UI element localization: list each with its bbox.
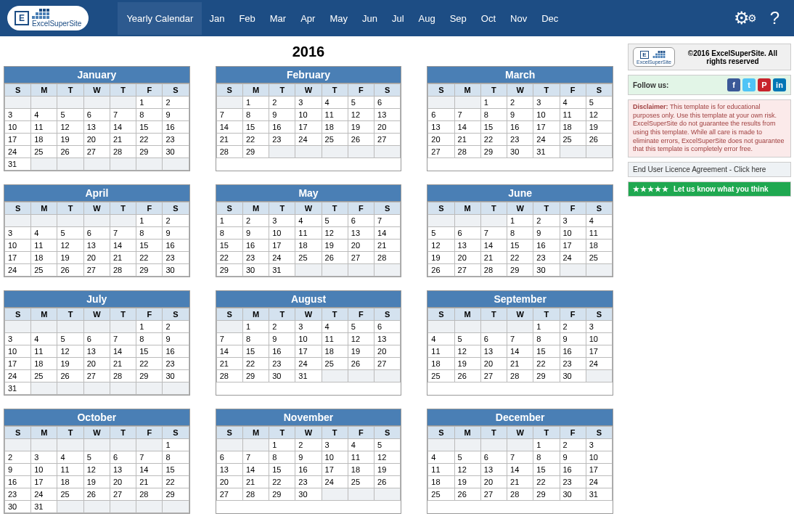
day-cell[interactable]: 18 xyxy=(295,240,322,252)
day-cell[interactable]: 4 xyxy=(428,451,454,464)
day-cell[interactable]: 11 xyxy=(428,464,454,476)
day-cell[interactable]: 13 xyxy=(83,345,110,358)
day-cell[interactable]: 13 xyxy=(348,227,374,240)
day-cell[interactable]: 6 xyxy=(480,451,507,464)
day-cell[interactable]: 5 xyxy=(83,451,110,464)
day-cell[interactable]: 8 xyxy=(216,227,242,240)
day-cell[interactable]: 24 xyxy=(269,252,295,264)
nav-aug[interactable]: Aug xyxy=(412,2,443,35)
day-cell[interactable]: 22 xyxy=(480,134,507,146)
day-cell[interactable]: 24 xyxy=(5,370,31,382)
day-cell[interactable]: 5 xyxy=(375,439,401,451)
day-cell[interactable]: 14 xyxy=(110,345,136,358)
day-cell[interactable]: 1 xyxy=(533,321,560,333)
day-cell[interactable]: 14 xyxy=(375,227,401,240)
day-cell[interactable]: 23 xyxy=(295,476,322,488)
day-cell[interactable]: 9 xyxy=(507,109,533,121)
day-cell[interactable]: 22 xyxy=(136,134,163,146)
day-cell[interactable]: 11 xyxy=(322,333,348,345)
day-cell[interactable]: 21 xyxy=(110,252,136,264)
day-cell[interactable]: 24 xyxy=(5,146,31,158)
day-cell[interactable]: 28 xyxy=(480,264,507,277)
day-cell[interactable]: 4 xyxy=(322,97,348,109)
day-cell[interactable]: 1 xyxy=(136,321,163,333)
day-cell[interactable]: 5 xyxy=(586,97,612,109)
day-cell[interactable]: 10 xyxy=(5,240,31,252)
day-cell[interactable]: 9 xyxy=(5,464,31,476)
day-cell[interactable]: 13 xyxy=(375,109,401,121)
day-cell[interactable]: 13 xyxy=(454,240,480,252)
day-cell[interactable]: 7 xyxy=(507,333,533,345)
day-cell[interactable]: 25 xyxy=(31,264,57,277)
day-cell[interactable]: 10 xyxy=(269,227,295,240)
day-cell[interactable]: 25 xyxy=(31,370,57,382)
day-cell[interactable]: 31 xyxy=(533,146,560,158)
day-cell[interactable]: 1 xyxy=(136,97,163,109)
day-cell[interactable]: 27 xyxy=(83,370,110,382)
day-cell[interactable]: 1 xyxy=(480,97,507,109)
day-cell[interactable]: 19 xyxy=(586,121,612,134)
day-cell[interactable]: 13 xyxy=(375,333,401,345)
day-cell[interactable]: 10 xyxy=(586,333,612,345)
day-cell[interactable]: 19 xyxy=(348,345,374,358)
day-cell[interactable]: 26 xyxy=(57,146,83,158)
day-cell[interactable]: 2 xyxy=(163,215,189,227)
day-cell[interactable]: 17 xyxy=(533,121,560,134)
day-cell[interactable]: 12 xyxy=(454,464,480,476)
day-cell[interactable]: 12 xyxy=(348,109,374,121)
day-cell[interactable]: 20 xyxy=(480,358,507,370)
day-cell[interactable]: 11 xyxy=(295,227,322,240)
day-cell[interactable]: 27 xyxy=(110,488,136,501)
day-cell[interactable]: 20 xyxy=(375,121,401,134)
day-cell[interactable]: 10 xyxy=(5,121,31,134)
day-cell[interactable]: 31 xyxy=(269,264,295,277)
day-cell[interactable]: 8 xyxy=(242,109,269,121)
facebook-icon[interactable]: f xyxy=(727,78,740,91)
day-cell[interactable]: 15 xyxy=(507,240,533,252)
day-cell[interactable]: 7 xyxy=(216,109,242,121)
day-cell[interactable]: 7 xyxy=(454,109,480,121)
day-cell[interactable]: 1 xyxy=(216,215,242,227)
day-cell[interactable]: 14 xyxy=(216,121,242,134)
day-cell[interactable]: 17 xyxy=(560,240,586,252)
day-cell[interactable]: 30 xyxy=(163,370,189,382)
day-cell[interactable]: 17 xyxy=(322,464,348,476)
day-cell[interactable]: 20 xyxy=(216,476,242,488)
day-cell[interactable]: 27 xyxy=(454,264,480,277)
day-cell[interactable]: 21 xyxy=(110,134,136,146)
day-cell[interactable]: 14 xyxy=(242,464,269,476)
day-cell[interactable]: 15 xyxy=(242,345,269,358)
day-cell[interactable]: 20 xyxy=(83,358,110,370)
day-cell[interactable]: 30 xyxy=(507,146,533,158)
day-cell[interactable]: 24 xyxy=(295,358,322,370)
day-cell[interactable]: 3 xyxy=(31,451,57,464)
nav-mar[interactable]: Mar xyxy=(263,2,293,35)
day-cell[interactable]: 21 xyxy=(507,476,533,488)
day-cell[interactable]: 15 xyxy=(136,121,163,134)
day-cell[interactable]: 9 xyxy=(269,109,295,121)
day-cell[interactable]: 17 xyxy=(586,464,612,476)
day-cell[interactable]: 17 xyxy=(5,358,31,370)
day-cell[interactable]: 22 xyxy=(242,358,269,370)
day-cell[interactable]: 20 xyxy=(480,476,507,488)
day-cell[interactable]: 5 xyxy=(454,451,480,464)
day-cell[interactable]: 24 xyxy=(533,134,560,146)
day-cell[interactable]: 19 xyxy=(83,476,110,488)
day-cell[interactable]: 16 xyxy=(163,345,189,358)
day-cell[interactable]: 29 xyxy=(136,264,163,277)
day-cell[interactable]: 28 xyxy=(216,370,242,382)
day-cell[interactable]: 19 xyxy=(348,121,374,134)
day-cell[interactable]: 2 xyxy=(5,451,31,464)
day-cell[interactable]: 14 xyxy=(480,240,507,252)
eula-link[interactable]: End User Licence Agreement - Click here xyxy=(628,162,791,177)
day-cell[interactable]: 10 xyxy=(586,451,612,464)
day-cell[interactable]: 9 xyxy=(295,451,322,464)
day-cell[interactable]: 7 xyxy=(480,227,507,240)
day-cell[interactable]: 22 xyxy=(533,358,560,370)
day-cell[interactable]: 30 xyxy=(242,264,269,277)
day-cell[interactable]: 2 xyxy=(560,439,586,451)
day-cell[interactable]: 7 xyxy=(375,215,401,227)
day-cell[interactable]: 14 xyxy=(110,240,136,252)
day-cell[interactable]: 17 xyxy=(295,345,322,358)
day-cell[interactable]: 18 xyxy=(348,464,374,476)
